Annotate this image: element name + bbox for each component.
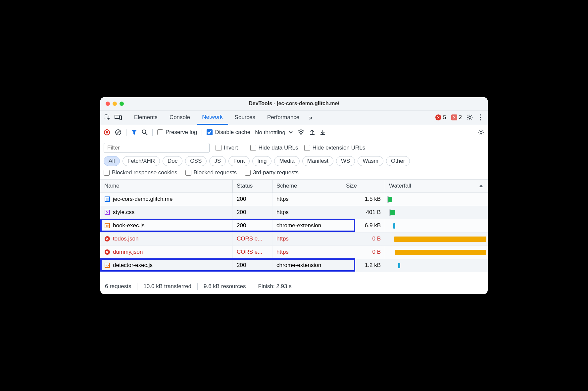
table-row[interactable]: <>detector-exec.js200chrome-extension1.2… xyxy=(100,259,488,272)
search-icon[interactable] xyxy=(142,129,148,135)
type-pill-fetchxhr[interactable]: Fetch/XHR xyxy=(122,156,160,166)
svg-rect-2 xyxy=(120,116,122,120)
blocked-cookies-label: Blocked response cookies xyxy=(112,169,177,176)
requests-table: Name Status Scheme Size Waterfall jec-co… xyxy=(100,180,488,279)
titlebar: DevTools - jec-cors-demo.glitch.me/ xyxy=(100,97,488,110)
issues-badge[interactable]: ✕ 2 xyxy=(449,114,464,120)
js-icon: <> xyxy=(104,223,110,229)
third-party-label: 3rd-party requests xyxy=(253,169,299,176)
invert-label: Invert xyxy=(224,145,238,151)
table-row[interactable]: dummy.jsonCORS e...https0 B xyxy=(100,246,488,259)
blocked-requests-checkbox[interactable]: Blocked requests xyxy=(185,169,237,176)
filter-input[interactable] xyxy=(104,143,210,153)
request-scheme: chrome-extension xyxy=(272,259,342,272)
type-pill-other[interactable]: Other xyxy=(386,156,410,166)
error-icon: ✕ xyxy=(435,114,441,120)
type-pill-wasm[interactable]: Wasm xyxy=(358,156,383,166)
type-pill-img[interactable]: Img xyxy=(252,156,271,166)
download-har-icon[interactable] xyxy=(320,129,326,136)
col-size[interactable]: Size xyxy=(342,180,385,193)
request-size: 0 B xyxy=(342,233,385,245)
record-button[interactable] xyxy=(104,129,110,136)
inspect-icon[interactable] xyxy=(103,114,112,121)
device-icon[interactable] xyxy=(114,114,123,120)
request-status: CORS e... xyxy=(233,246,272,259)
request-status: CORS e... xyxy=(233,233,272,245)
tab-network[interactable]: Network xyxy=(197,110,228,125)
svg-line-8 xyxy=(146,133,148,135)
third-party-checkbox[interactable]: 3rd-party requests xyxy=(245,169,299,176)
filter-icon[interactable] xyxy=(131,129,137,135)
throttling-select[interactable]: No throttling xyxy=(255,129,293,136)
err-icon xyxy=(104,249,110,255)
request-name: detector-exec.js xyxy=(113,262,153,269)
tab-console[interactable]: Console xyxy=(164,110,195,125)
type-filter-pills: AllFetch/XHRDocCSSJSFontImgMediaManifest… xyxy=(104,156,484,166)
panel-tabs: Elements Console Network Sources Perform… xyxy=(100,110,488,125)
request-size: 6.9 kB xyxy=(342,219,385,232)
type-pill-js[interactable]: JS xyxy=(209,156,226,166)
table-row[interactable]: style.css200https401 B xyxy=(100,206,488,219)
col-scheme[interactable]: Scheme xyxy=(272,180,342,193)
errors-badge[interactable]: ✕ 5 xyxy=(433,114,448,120)
js-icon: <> xyxy=(104,262,110,268)
settings-icon[interactable] xyxy=(465,114,474,121)
col-waterfall[interactable]: Waterfall xyxy=(385,180,488,193)
request-name: style.css xyxy=(113,209,134,216)
waterfall-bar xyxy=(386,233,486,245)
hide-data-urls-label: Hide data URLs xyxy=(259,145,298,151)
upload-har-icon[interactable] xyxy=(309,129,315,136)
tab-sources[interactable]: Sources xyxy=(229,110,261,125)
disable-cache-label: Disable cache xyxy=(215,129,250,136)
type-pill-ws[interactable]: WS xyxy=(336,156,355,166)
table-row[interactable]: jec-cors-demo.glitch.me200https1.5 kB xyxy=(100,193,488,206)
hide-extension-urls-checkbox[interactable]: Hide extension URLs xyxy=(304,145,366,151)
table-row[interactable]: <>hook-exec.js200chrome-extension6.9 kB xyxy=(100,219,488,233)
request-size: 0 B xyxy=(342,246,385,259)
kebab-icon[interactable]: ⋮ xyxy=(476,113,485,122)
issues-count: 2 xyxy=(459,114,462,120)
svg-point-7 xyxy=(142,130,146,134)
network-conditions-icon[interactable] xyxy=(297,129,305,135)
filter-bar: Invert Hide data URLs Hide extension URL… xyxy=(100,140,488,180)
col-name[interactable]: Name xyxy=(100,180,233,193)
request-status: 200 xyxy=(233,219,272,232)
panel-settings-icon[interactable] xyxy=(478,129,484,136)
type-pill-css[interactable]: CSS xyxy=(185,156,207,166)
request-scheme: https xyxy=(272,206,342,219)
request-size: 401 B xyxy=(342,206,385,219)
request-name: jec-cors-demo.glitch.me xyxy=(113,196,172,202)
request-status: 200 xyxy=(233,206,272,219)
type-pill-font[interactable]: Font xyxy=(228,156,250,166)
tab-elements[interactable]: Elements xyxy=(129,110,163,125)
type-pill-manifest[interactable]: Manifest xyxy=(302,156,333,166)
summary-transferred: 10.0 kB transferred xyxy=(143,283,191,290)
css-icon xyxy=(104,209,110,215)
hide-data-urls-checkbox[interactable]: Hide data URLs xyxy=(250,145,298,151)
waterfall-bar xyxy=(386,193,486,206)
table-header: Name Status Scheme Size Waterfall xyxy=(100,180,488,193)
col-status[interactable]: Status xyxy=(233,180,272,193)
blocked-cookies-checkbox[interactable]: Blocked response cookies xyxy=(104,169,177,176)
preserve-log-checkbox[interactable]: Preserve log xyxy=(157,129,197,136)
waterfall-bar xyxy=(386,246,486,259)
tab-performance[interactable]: Performance xyxy=(262,110,305,125)
disable-cache-checkbox[interactable]: Disable cache xyxy=(207,129,250,136)
request-scheme: https xyxy=(272,233,342,245)
invert-checkbox[interactable]: Invert xyxy=(216,145,238,151)
request-status: 200 xyxy=(233,259,272,272)
summary-requests: 6 requests xyxy=(105,283,131,290)
type-pill-media[interactable]: Media xyxy=(274,156,299,166)
clear-button[interactable] xyxy=(115,129,122,136)
issue-icon: ✕ xyxy=(451,114,457,120)
svg-line-6 xyxy=(116,130,120,134)
type-pill-doc[interactable]: Doc xyxy=(163,156,182,166)
table-row[interactable]: todos.jsonCORS e...https0 B xyxy=(100,233,488,246)
request-size: 1.5 kB xyxy=(342,193,385,206)
err-icon xyxy=(104,236,110,242)
request-size: 1.2 kB xyxy=(342,259,385,272)
summary-finish: Finish: 2.93 s xyxy=(258,283,292,290)
type-pill-all[interactable]: All xyxy=(104,156,120,166)
devtools-window: DevTools - jec-cors-demo.glitch.me/ Elem… xyxy=(100,97,488,294)
more-tabs-icon[interactable]: » xyxy=(306,114,315,121)
